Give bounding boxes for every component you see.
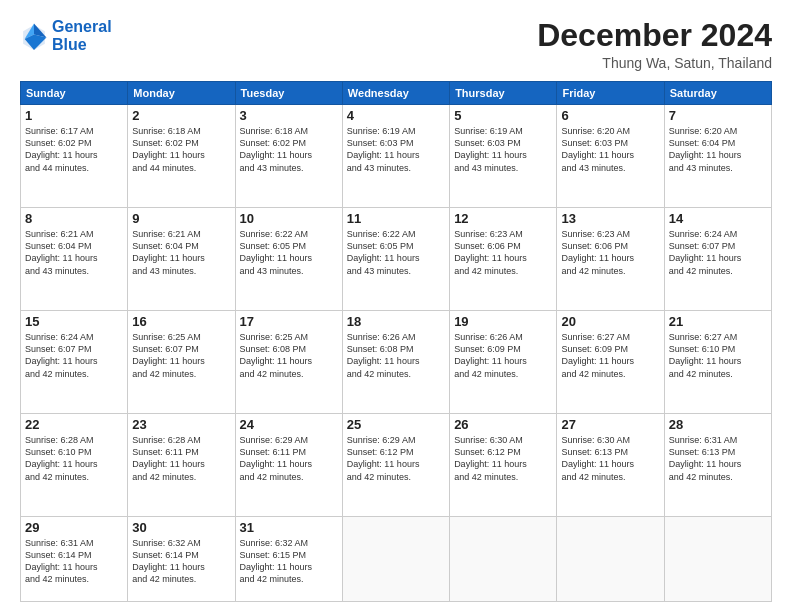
calendar-cell: 29Sunrise: 6:31 AM Sunset: 6:14 PM Dayli… <box>21 517 128 602</box>
calendar-cell: 4Sunrise: 6:19 AM Sunset: 6:03 PM Daylig… <box>342 105 449 208</box>
day-number: 18 <box>347 314 445 329</box>
day-info: Sunrise: 6:18 AM Sunset: 6:02 PM Dayligh… <box>132 125 230 174</box>
calendar-cell: 23Sunrise: 6:28 AM Sunset: 6:11 PM Dayli… <box>128 414 235 517</box>
day-info: Sunrise: 6:27 AM Sunset: 6:10 PM Dayligh… <box>669 331 767 380</box>
calendar: SundayMondayTuesdayWednesdayThursdayFrid… <box>20 81 772 602</box>
calendar-cell: 25Sunrise: 6:29 AM Sunset: 6:12 PM Dayli… <box>342 414 449 517</box>
day-info: Sunrise: 6:21 AM Sunset: 6:04 PM Dayligh… <box>132 228 230 277</box>
calendar-day-header: Sunday <box>21 82 128 105</box>
day-info: Sunrise: 6:24 AM Sunset: 6:07 PM Dayligh… <box>25 331 123 380</box>
day-number: 8 <box>25 211 123 226</box>
calendar-cell: 18Sunrise: 6:26 AM Sunset: 6:08 PM Dayli… <box>342 311 449 414</box>
day-info: Sunrise: 6:19 AM Sunset: 6:03 PM Dayligh… <box>347 125 445 174</box>
day-number: 26 <box>454 417 552 432</box>
logo-line1: General <box>52 18 112 35</box>
calendar-day-header: Saturday <box>664 82 771 105</box>
calendar-cell: 7Sunrise: 6:20 AM Sunset: 6:04 PM Daylig… <box>664 105 771 208</box>
calendar-cell: 30Sunrise: 6:32 AM Sunset: 6:14 PM Dayli… <box>128 517 235 602</box>
calendar-cell: 31Sunrise: 6:32 AM Sunset: 6:15 PM Dayli… <box>235 517 342 602</box>
day-info: Sunrise: 6:28 AM Sunset: 6:11 PM Dayligh… <box>132 434 230 483</box>
day-number: 23 <box>132 417 230 432</box>
day-number: 9 <box>132 211 230 226</box>
calendar-cell: 12Sunrise: 6:23 AM Sunset: 6:06 PM Dayli… <box>450 208 557 311</box>
day-number: 17 <box>240 314 338 329</box>
calendar-cell: 3Sunrise: 6:18 AM Sunset: 6:02 PM Daylig… <box>235 105 342 208</box>
calendar-cell <box>342 517 449 602</box>
calendar-cell: 24Sunrise: 6:29 AM Sunset: 6:11 PM Dayli… <box>235 414 342 517</box>
day-info: Sunrise: 6:23 AM Sunset: 6:06 PM Dayligh… <box>454 228 552 277</box>
day-info: Sunrise: 6:32 AM Sunset: 6:15 PM Dayligh… <box>240 537 338 586</box>
day-info: Sunrise: 6:26 AM Sunset: 6:09 PM Dayligh… <box>454 331 552 380</box>
day-info: Sunrise: 6:29 AM Sunset: 6:11 PM Dayligh… <box>240 434 338 483</box>
day-number: 25 <box>347 417 445 432</box>
day-number: 16 <box>132 314 230 329</box>
day-number: 11 <box>347 211 445 226</box>
calendar-cell <box>664 517 771 602</box>
calendar-cell: 19Sunrise: 6:26 AM Sunset: 6:09 PM Dayli… <box>450 311 557 414</box>
calendar-week-row: 8Sunrise: 6:21 AM Sunset: 6:04 PM Daylig… <box>21 208 772 311</box>
calendar-day-header: Wednesday <box>342 82 449 105</box>
day-info: Sunrise: 6:18 AM Sunset: 6:02 PM Dayligh… <box>240 125 338 174</box>
calendar-cell: 1Sunrise: 6:17 AM Sunset: 6:02 PM Daylig… <box>21 105 128 208</box>
day-info: Sunrise: 6:28 AM Sunset: 6:10 PM Dayligh… <box>25 434 123 483</box>
day-number: 13 <box>561 211 659 226</box>
day-info: Sunrise: 6:22 AM Sunset: 6:05 PM Dayligh… <box>347 228 445 277</box>
day-info: Sunrise: 6:19 AM Sunset: 6:03 PM Dayligh… <box>454 125 552 174</box>
day-info: Sunrise: 6:22 AM Sunset: 6:05 PM Dayligh… <box>240 228 338 277</box>
calendar-cell: 2Sunrise: 6:18 AM Sunset: 6:02 PM Daylig… <box>128 105 235 208</box>
calendar-body: 1Sunrise: 6:17 AM Sunset: 6:02 PM Daylig… <box>21 105 772 602</box>
logo-icon <box>20 22 48 50</box>
day-number: 30 <box>132 520 230 535</box>
calendar-week-row: 22Sunrise: 6:28 AM Sunset: 6:10 PM Dayli… <box>21 414 772 517</box>
day-number: 14 <box>669 211 767 226</box>
day-info: Sunrise: 6:27 AM Sunset: 6:09 PM Dayligh… <box>561 331 659 380</box>
day-number: 3 <box>240 108 338 123</box>
calendar-cell: 28Sunrise: 6:31 AM Sunset: 6:13 PM Dayli… <box>664 414 771 517</box>
day-number: 24 <box>240 417 338 432</box>
subtitle: Thung Wa, Satun, Thailand <box>537 55 772 71</box>
day-info: Sunrise: 6:31 AM Sunset: 6:14 PM Dayligh… <box>25 537 123 586</box>
day-number: 5 <box>454 108 552 123</box>
calendar-cell <box>450 517 557 602</box>
day-number: 4 <box>347 108 445 123</box>
day-number: 2 <box>132 108 230 123</box>
calendar-day-header: Monday <box>128 82 235 105</box>
calendar-cell: 5Sunrise: 6:19 AM Sunset: 6:03 PM Daylig… <box>450 105 557 208</box>
main-title: December 2024 <box>537 18 772 53</box>
calendar-cell: 6Sunrise: 6:20 AM Sunset: 6:03 PM Daylig… <box>557 105 664 208</box>
day-number: 6 <box>561 108 659 123</box>
calendar-cell: 27Sunrise: 6:30 AM Sunset: 6:13 PM Dayli… <box>557 414 664 517</box>
day-info: Sunrise: 6:21 AM Sunset: 6:04 PM Dayligh… <box>25 228 123 277</box>
day-number: 7 <box>669 108 767 123</box>
day-info: Sunrise: 6:24 AM Sunset: 6:07 PM Dayligh… <box>669 228 767 277</box>
calendar-day-header: Friday <box>557 82 664 105</box>
day-number: 28 <box>669 417 767 432</box>
calendar-cell: 11Sunrise: 6:22 AM Sunset: 6:05 PM Dayli… <box>342 208 449 311</box>
calendar-cell: 21Sunrise: 6:27 AM Sunset: 6:10 PM Dayli… <box>664 311 771 414</box>
day-number: 31 <box>240 520 338 535</box>
day-info: Sunrise: 6:26 AM Sunset: 6:08 PM Dayligh… <box>347 331 445 380</box>
day-number: 12 <box>454 211 552 226</box>
day-number: 19 <box>454 314 552 329</box>
day-info: Sunrise: 6:20 AM Sunset: 6:04 PM Dayligh… <box>669 125 767 174</box>
day-info: Sunrise: 6:29 AM Sunset: 6:12 PM Dayligh… <box>347 434 445 483</box>
day-info: Sunrise: 6:31 AM Sunset: 6:13 PM Dayligh… <box>669 434 767 483</box>
calendar-cell: 16Sunrise: 6:25 AM Sunset: 6:07 PM Dayli… <box>128 311 235 414</box>
calendar-week-row: 1Sunrise: 6:17 AM Sunset: 6:02 PM Daylig… <box>21 105 772 208</box>
header: General Blue December 2024 Thung Wa, Sat… <box>20 18 772 71</box>
logo: General Blue <box>20 18 112 53</box>
calendar-cell: 26Sunrise: 6:30 AM Sunset: 6:12 PM Dayli… <box>450 414 557 517</box>
day-number: 20 <box>561 314 659 329</box>
page: General Blue December 2024 Thung Wa, Sat… <box>0 0 792 612</box>
day-info: Sunrise: 6:25 AM Sunset: 6:07 PM Dayligh… <box>132 331 230 380</box>
day-number: 1 <box>25 108 123 123</box>
calendar-cell <box>557 517 664 602</box>
calendar-cell: 20Sunrise: 6:27 AM Sunset: 6:09 PM Dayli… <box>557 311 664 414</box>
calendar-cell: 17Sunrise: 6:25 AM Sunset: 6:08 PM Dayli… <box>235 311 342 414</box>
calendar-day-header: Tuesday <box>235 82 342 105</box>
calendar-cell: 8Sunrise: 6:21 AM Sunset: 6:04 PM Daylig… <box>21 208 128 311</box>
calendar-cell: 9Sunrise: 6:21 AM Sunset: 6:04 PM Daylig… <box>128 208 235 311</box>
day-info: Sunrise: 6:30 AM Sunset: 6:13 PM Dayligh… <box>561 434 659 483</box>
calendar-cell: 10Sunrise: 6:22 AM Sunset: 6:05 PM Dayli… <box>235 208 342 311</box>
calendar-cell: 22Sunrise: 6:28 AM Sunset: 6:10 PM Dayli… <box>21 414 128 517</box>
